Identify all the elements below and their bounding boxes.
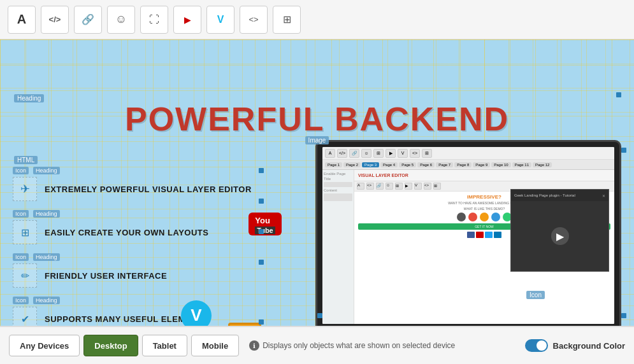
screen-tb-btn-8[interactable]: <>: [410, 149, 420, 158]
landing-icon-2: [468, 213, 477, 221]
screen-tab-5[interactable]: Page 5: [399, 162, 416, 167]
icon-label-4: Icon: [13, 297, 29, 304]
canvas-area: Heading POWERFUL BACKEND Image HTML Icon…: [0, 39, 634, 326]
resize-handle-features[interactable]: [259, 168, 264, 173]
facebook-btn[interactable]: [467, 232, 475, 238]
video-title: Geek Landing Page plugin - Tutorial: [514, 193, 575, 197]
feature-icon-1: ✈: [13, 177, 37, 201]
screen-toolbar: A </> 🔗 ☺ ⊞ ▶ V <> ⊞: [322, 147, 614, 160]
screen-tb-btn-3[interactable]: 🔗: [349, 149, 359, 158]
heading-label-1: Heading: [33, 167, 60, 174]
feature-icon-3: ✏: [13, 263, 37, 288]
twitter-btn[interactable]: [485, 232, 493, 238]
screen-sub-btn-9[interactable]: ⊞: [433, 183, 441, 190]
tablet-button[interactable]: Tablet: [142, 335, 187, 356]
resize-handle-features-2[interactable]: [259, 199, 264, 204]
heading-block-label: Heading: [14, 94, 44, 102]
image-block-label: Image: [305, 136, 329, 144]
video-overlay: Geek Landing Page plugin - Tutorial ✕ ▶: [510, 189, 609, 272]
resize-handle-canvas-mr[interactable]: [621, 148, 626, 153]
laptop-screen-inner: A </> 🔗 ☺ ⊞ ▶ V <> ⊞ Page 1 Page 2 Page …: [322, 147, 614, 324]
resize-handle-canvas-br[interactable]: [621, 313, 626, 318]
video-header: Geek Landing Page plugin - Tutorial ✕: [511, 190, 609, 201]
image-tool-button[interactable]: ⛶: [140, 6, 168, 34]
screen-sub-btn-4[interactable]: ☺: [385, 183, 393, 190]
play-button[interactable]: ▶: [551, 227, 569, 245]
youtube-tube-text: Tube: [255, 227, 275, 234]
screen-tab-10[interactable]: Page 10: [491, 162, 510, 167]
youtube-btn[interactable]: [476, 232, 484, 238]
code-tool-button[interactable]: </>: [41, 6, 69, 34]
feature-text-2: EASILY CREATE YOUR OWN LAYOUTS: [45, 228, 208, 237]
resize-handle-features-3[interactable]: [259, 229, 264, 234]
laptop-mockup: A </> 🔗 ☺ ⊞ ▶ V <> ⊞ Page 1 Page 2 Page …: [315, 140, 628, 326]
feature-list: Icon Heading ✈ EXTREMELY POWERFUL VISUAL…: [13, 167, 255, 326]
resize-handle-features-4[interactable]: [259, 260, 264, 265]
screen-sub-btn-1[interactable]: A: [357, 183, 364, 190]
resize-handle-canvas-bc[interactable]: [317, 313, 322, 318]
screen-tb-btn-4[interactable]: ☺: [361, 149, 371, 158]
vimeo-tool-button[interactable]: V: [206, 6, 234, 34]
bg-color-toggle-area: Background Color: [525, 339, 625, 352]
svg-text:V: V: [191, 305, 202, 325]
screen-tabs: Page 1 Page 2 Page 3 Page 4 Page 5 Page …: [322, 160, 614, 170]
vimeo-icon: V: [178, 299, 214, 326]
any-devices-button[interactable]: Any Devices: [9, 335, 80, 356]
widget-tool-button[interactable]: ⊞: [273, 6, 301, 34]
video-body: ▶: [511, 201, 609, 271]
screen-content: Enable Page Title Content VISUAL LAYER E…: [322, 170, 614, 324]
emoji-tool-button[interactable]: ☺: [107, 6, 135, 34]
embed-tool-button[interactable]: <>: [240, 6, 268, 34]
screen-sub-btn-8[interactable]: <>: [424, 183, 431, 190]
feature-icon-4: ✔: [13, 307, 37, 326]
linkedin-btn[interactable]: [494, 232, 501, 238]
screen-tb-btn-2[interactable]: </>: [337, 149, 347, 158]
info-icon: ℹ: [249, 340, 259, 351]
screen-tab-1[interactable]: Page 1: [325, 162, 342, 167]
laptop-screen-outer: A </> 🔗 ☺ ⊞ ▶ V <> ⊞ Page 1 Page 2 Page …: [315, 140, 621, 326]
screen-tab-11[interactable]: Page 11: [512, 162, 531, 167]
mobile-button[interactable]: Mobile: [191, 335, 239, 356]
screen-tab-7[interactable]: Page 7: [436, 162, 453, 167]
resize-handle-features-5[interactable]: [259, 319, 264, 325]
screen-heading-text: VISUAL LAYER EDITOR: [358, 173, 408, 178]
main-heading: POWERFUL BACKEND: [0, 100, 634, 138]
feature-item-4: ✔ SUPPORTS MANY USEFUL ELEMENTS: [13, 307, 255, 326]
desktop-button[interactable]: Desktop: [83, 335, 138, 356]
screen-tb-btn-6[interactable]: ▶: [385, 149, 396, 158]
text-tool-button[interactable]: A: [8, 6, 36, 34]
screen-main: VISUAL LAYER EDITOR A <> 🔗 ☺ ⊞ ▶ V <> ⊞: [354, 170, 614, 324]
screen-tb-btn-7[interactable]: V: [398, 149, 408, 158]
heading-label-4: Heading: [33, 297, 60, 304]
heading-label-2: Heading: [33, 210, 60, 218]
screen-sidebar: Enable Page Title Content: [322, 170, 354, 324]
info-message: Displays only objects what are shown on …: [263, 341, 455, 350]
screen-tab-4[interactable]: Page 4: [380, 162, 398, 167]
youtube-you-text: You: [255, 216, 270, 225]
youtube-icon: You Tube: [249, 213, 287, 244]
screen-tab-9[interactable]: Page 9: [473, 162, 490, 167]
screen-tab-8[interactable]: Page 8: [454, 162, 472, 167]
screen-sub-btn-5[interactable]: ⊞: [395, 183, 403, 190]
main-toolbar: A </> 🔗 ☺ ⛶ ▶ V <> ⊞: [0, 0, 634, 39]
video-close[interactable]: ✕: [602, 193, 605, 198]
screen-sub-btn-3[interactable]: 🔗: [376, 183, 384, 190]
link-tool-button[interactable]: 🔗: [74, 6, 102, 34]
heading-label-3: Heading: [33, 253, 60, 261]
screen-tab-2[interactable]: Page 2: [343, 162, 361, 167]
bg-color-label: Background Color: [553, 341, 625, 351]
youtube-tool-button[interactable]: ▶: [173, 6, 201, 34]
screen-tab-3[interactable]: Page 3: [362, 162, 379, 167]
bg-color-toggle-switch[interactable]: [525, 339, 548, 352]
screen-tb-btn-5[interactable]: ⊞: [373, 149, 384, 158]
screen-sub-btn-6[interactable]: ▶: [405, 183, 412, 190]
resize-handle-heading[interactable]: [616, 92, 621, 97]
info-text-area: ℹ Displays only objects what are shown o…: [249, 340, 521, 351]
screen-sub-btn-2[interactable]: <>: [366, 183, 374, 190]
screen-sub-btn-7[interactable]: V: [414, 183, 422, 190]
screen-tab-6[interactable]: Page 6: [417, 162, 435, 167]
screen-tb-btn-1[interactable]: A: [325, 149, 335, 158]
screen-tab-12[interactable]: Page 12: [533, 162, 552, 167]
feature-item-3: ✏ FRIENDLY USER INTERFACE: [13, 263, 255, 288]
screen-tb-btn-9[interactable]: ⊞: [422, 149, 432, 158]
